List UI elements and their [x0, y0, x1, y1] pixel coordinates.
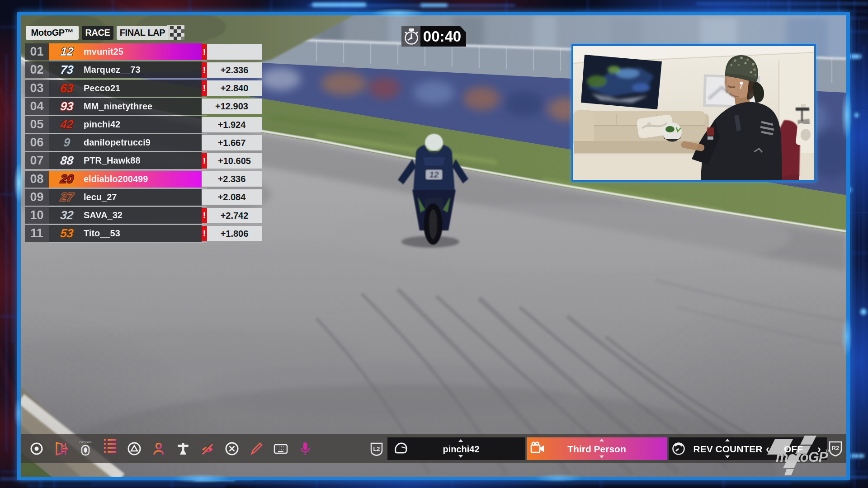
svg-text:12: 12	[429, 170, 439, 179]
svg-text:OPTIONS: OPTIONS	[79, 441, 91, 444]
svg-text:L2: L2	[373, 446, 380, 452]
